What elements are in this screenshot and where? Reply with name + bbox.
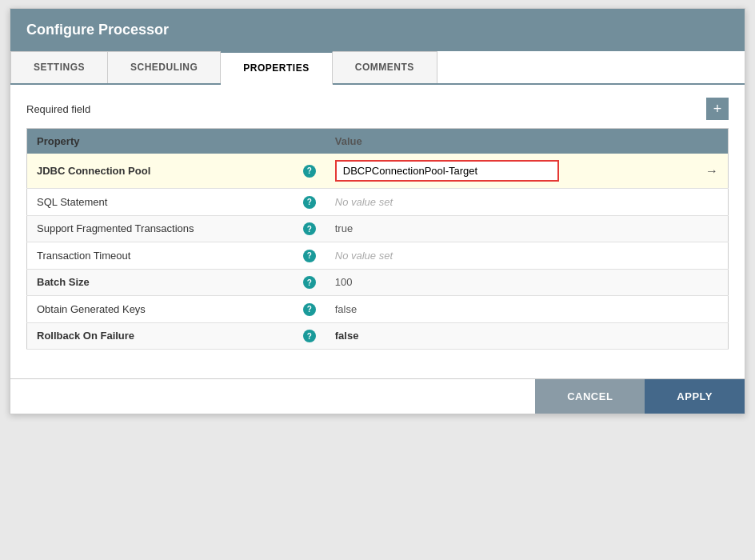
arrow-icon[interactable]: → — [705, 164, 718, 178]
help-icon[interactable]: ? — [303, 303, 316, 316]
property-name: JDBC Connection Pool — [27, 154, 294, 189]
property-value-cell: DBCPConnectionPool-Target — [326, 154, 696, 189]
property-value-cell: true — [326, 215, 696, 242]
help-cell: ? — [294, 322, 326, 350]
help-cell: ? — [294, 269, 326, 296]
action-cell — [696, 242, 729, 270]
tab-properties[interactable]: PROPERTIES — [221, 51, 332, 85]
table-row: Batch Size ? 100 — [27, 269, 729, 296]
action-cell — [696, 215, 729, 242]
properties-table: Property Value JDBC Connection Pool ? DB… — [26, 128, 729, 350]
dialog-title: Configure Processor — [26, 22, 169, 38]
col-header-value: Value — [326, 129, 696, 154]
property-value-highlighted[interactable]: DBCPConnectionPool-Target — [335, 160, 559, 182]
tab-bar: SETTINGS SCHEDULING PROPERTIES COMMENTS — [10, 51, 745, 85]
property-value[interactable]: 100 — [335, 276, 353, 288]
col-header-help-space — [294, 129, 326, 154]
help-icon[interactable]: ? — [303, 196, 316, 209]
tab-comments[interactable]: COMMENTS — [333, 51, 437, 83]
table-row: Obtain Generated Keys ? false — [27, 296, 729, 323]
help-icon[interactable]: ? — [303, 250, 316, 262]
cancel-button[interactable]: CANCEL — [535, 379, 645, 414]
property-value[interactable]: false — [335, 330, 359, 342]
help-icon[interactable]: ? — [303, 330, 316, 342]
tab-scheduling[interactable]: SCHEDULING — [108, 51, 221, 83]
help-icon[interactable]: ? — [303, 222, 316, 235]
table-header-row: Property Value — [27, 129, 729, 154]
tab-content-properties: Required field + Property Value JDBC Con… — [10, 85, 745, 362]
tab-settings[interactable]: SETTINGS — [10, 51, 108, 83]
table-row: Transaction Timeout ? No value set — [27, 242, 729, 270]
col-header-action — [696, 129, 729, 154]
col-header-property: Property — [27, 129, 294, 154]
property-value[interactable]: false — [335, 303, 357, 315]
add-property-button[interactable]: + — [706, 98, 729, 120]
property-value[interactable]: No value set — [335, 250, 393, 262]
help-icon[interactable]: ? — [303, 165, 316, 178]
dialog-footer: CANCEL APPLY — [10, 378, 745, 414]
help-cell: ? — [294, 154, 326, 189]
property-name: Obtain Generated Keys — [27, 296, 294, 323]
help-cell: ? — [294, 215, 326, 242]
required-field-label: Required field — [26, 103, 90, 115]
action-cell: → — [696, 154, 729, 189]
property-value-cell: No value set — [326, 242, 696, 270]
property-value-cell: 100 — [326, 269, 696, 296]
configure-processor-dialog: Configure Processor SETTINGS SCHEDULING … — [10, 8, 745, 414]
property-name: Rollback On Failure — [27, 322, 294, 350]
required-field-row: Required field + — [26, 98, 729, 120]
action-cell — [696, 269, 729, 296]
property-name: Batch Size — [27, 269, 294, 296]
property-name: Transaction Timeout — [27, 242, 294, 270]
property-value-cell: false — [326, 296, 696, 323]
help-cell: ? — [294, 242, 326, 270]
apply-button[interactable]: APPLY — [645, 379, 745, 414]
property-value-cell: No value set — [326, 189, 696, 216]
help-cell: ? — [294, 296, 326, 323]
help-cell: ? — [294, 189, 326, 216]
table-row: SQL Statement ? No value set — [27, 189, 729, 216]
property-name: SQL Statement — [27, 189, 294, 216]
property-value[interactable]: true — [335, 222, 353, 234]
table-row: Support Fragmented Transactions ? true — [27, 215, 729, 242]
help-icon[interactable]: ? — [303, 276, 316, 289]
table-row: Rollback On Failure ? false — [27, 322, 729, 350]
action-cell — [696, 189, 729, 216]
table-row: JDBC Connection Pool ? DBCPConnectionPoo… — [27, 154, 729, 189]
property-value-cell: false — [326, 322, 696, 350]
action-cell — [696, 322, 729, 350]
property-name: Support Fragmented Transactions — [27, 215, 294, 242]
property-value[interactable]: No value set — [335, 196, 393, 208]
dialog-header: Configure Processor — [10, 9, 745, 51]
action-cell — [696, 296, 729, 323]
